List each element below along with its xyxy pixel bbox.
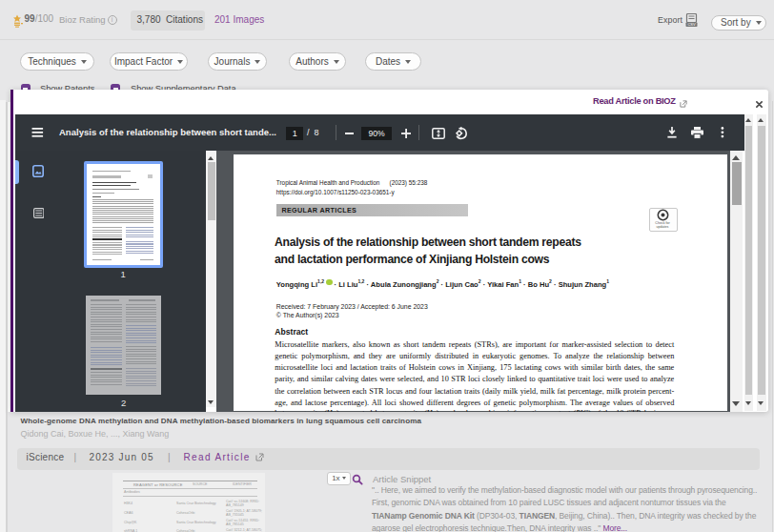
svg-text:CSV: CSV	[687, 22, 696, 27]
